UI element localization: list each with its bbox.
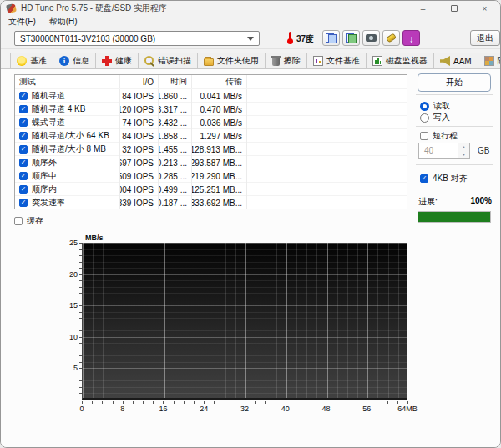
test-table: 测试 I/O 时间 传输 随机寻道84 IOPS11.860 ...0.041 …: [14, 74, 407, 209]
row-checkbox[interactable]: [19, 118, 28, 127]
separator: [416, 164, 493, 165]
tab-disk-monitor[interactable]: 磁盘监视器: [366, 53, 434, 69]
progress-row: 进展: 100%: [418, 196, 492, 208]
capacity-value: 40: [419, 143, 458, 158]
device-selector-value: ST30000NT011-3V2103 (30000 GB): [20, 34, 155, 43]
copy-button[interactable]: [322, 30, 340, 46]
cache-checkbox[interactable]: 缓存: [14, 215, 43, 227]
x-axis-tick-label: 40: [281, 405, 290, 413]
table-row[interactable]: 顺序外4697 IOPS0.213 ...293.587 MB...: [15, 155, 407, 169]
tab-random-access[interactable]: 随机访问: [478, 53, 501, 69]
tab-label: 健康: [115, 55, 132, 67]
io-cell: 32 IOPS: [120, 143, 159, 156]
window-title: HD Tune Pro 5.75 - 硬盘/SSD 实用程序: [21, 3, 407, 14]
spinner-down-icon[interactable]: ▼: [458, 151, 469, 159]
tab-aam[interactable]: AAM: [433, 53, 478, 69]
row-checkbox[interactable]: [19, 105, 28, 113]
table-row[interactable]: 随机寻道 4 KB120 IOPS8.317 ...0.470 MB/s: [15, 102, 407, 115]
read-radio[interactable]: 读取: [420, 100, 450, 112]
progress-fill: [418, 212, 490, 222]
x-axis-tick-label: 32: [240, 405, 249, 413]
capacity-stepper[interactable]: ▲▼: [458, 143, 469, 158]
temperature-value: 37度: [296, 33, 314, 45]
camera-button[interactable]: [362, 30, 380, 46]
row-checkbox[interactable]: [19, 172, 28, 180]
tab-benchmark[interactable]: 基准: [10, 53, 53, 69]
tab-health[interactable]: 健康: [95, 53, 139, 69]
row-checkbox[interactable]: [19, 199, 28, 207]
test-table-header: 测试 I/O 时间 传输: [15, 75, 407, 88]
tab-label: 文件基准: [326, 55, 360, 67]
row-checkbox[interactable]: [19, 92, 28, 100]
tab-info[interactable]: 信息: [53, 53, 96, 69]
separator: [416, 126, 493, 127]
file-benchmark-icon: [313, 56, 323, 66]
capacity-input[interactable]: 40 ▲▼: [418, 143, 470, 159]
row-checkbox[interactable]: [19, 185, 28, 194]
folder-icon: [204, 58, 214, 66]
x-axis-tick-label: 64MB: [397, 405, 418, 413]
y-axis-tick-label: 5: [58, 364, 78, 372]
exit-button[interactable]: 退出: [470, 30, 500, 46]
download-button[interactable]: [402, 30, 420, 46]
app-icon: [6, 3, 17, 13]
save-button[interactable]: [382, 30, 400, 46]
thermometer-icon: [286, 32, 294, 44]
align-4kb-checkbox[interactable]: 4KB 对齐: [420, 173, 468, 184]
health-icon: [102, 56, 112, 66]
test-name: 顺序中: [32, 170, 57, 182]
tab-label: 基准: [30, 55, 47, 67]
row-checkbox[interactable]: [19, 132, 28, 140]
copy-image-icon: [346, 33, 357, 43]
row-checkbox[interactable]: [19, 159, 28, 167]
test-name: 突发速率: [32, 197, 65, 209]
title-bar: HD Tune Pro 5.75 - 硬盘/SSD 实用程序 – ×: [1, 1, 500, 16]
tab-error-scan[interactable]: 错误扫描: [138, 53, 198, 69]
capacity-unit-label: GB: [478, 146, 489, 155]
write-radio-label: 写入: [433, 112, 450, 123]
table-row[interactable]: 随机寻道/大小 8 MB32 IOPS31.455 ...128.913 MB.…: [15, 142, 407, 155]
close-button[interactable]: ×: [469, 1, 500, 16]
transfer-cell: 128.913 MB...: [192, 143, 247, 156]
io-cell: 2004 IOPS: [120, 183, 159, 196]
transfer-cell: 333.692 MB...: [192, 196, 247, 209]
table-row[interactable]: 顺序内2004 IOPS0.499 ...125.251 MB...: [15, 182, 407, 195]
tab-erase[interactable]: 擦除: [265, 53, 307, 69]
table-row[interactable]: 随机寻道84 IOPS11.860 ...0.041 MB/s: [15, 88, 407, 102]
toolbar: ST30000NT011-3V2103 (30000 GB) 37度 退出: [1, 28, 500, 49]
copy-image-button[interactable]: [342, 30, 360, 46]
y-axis-tick-label: 25: [58, 239, 78, 247]
io-cell: 3509 IOPS: [120, 169, 159, 183]
test-table-body: 随机寻道84 IOPS11.860 ...0.041 MB/s随机寻道 4 KB…: [15, 88, 407, 209]
align-4kb-label: 4KB 对齐: [433, 173, 468, 184]
menu-help[interactable]: 帮助(H): [49, 16, 84, 28]
test-name: 随机寻道/大小 64 KB: [32, 130, 109, 142]
table-row[interactable]: 顺序中3509 IOPS0.285 ...219.290 MB...: [15, 169, 407, 182]
row-checkbox[interactable]: [19, 145, 28, 154]
y-axis-tick-label: 20: [58, 270, 78, 279]
tab-file-benchmark[interactable]: 文件基准: [306, 53, 367, 69]
test-name-cell: 顺序中: [15, 169, 120, 183]
app-window: HD Tune Pro 5.75 - 硬盘/SSD 实用程序 – × 文件(F)…: [0, 0, 501, 448]
transfer-cell: 293.587 MB...: [192, 156, 247, 169]
minimize-button[interactable]: –: [407, 1, 438, 16]
menu-file[interactable]: 文件(F): [8, 16, 43, 28]
transfer-cell: 1.297 MB/s: [192, 129, 247, 143]
start-button[interactable]: 开始: [418, 73, 491, 92]
maximize-button[interactable]: [438, 1, 469, 16]
x-axis-tick-label: 48: [321, 405, 330, 413]
tab-folder-usage[interactable]: 文件夹使用: [197, 53, 266, 69]
write-radio[interactable]: 写入: [420, 112, 450, 123]
toolbar-buttons: [322, 30, 420, 46]
table-row[interactable]: 随机寻道/大小 64 KB84 IOPS11.858 ...1.297 MB/s: [15, 128, 407, 142]
window-controls: – ×: [407, 1, 500, 16]
filler-cell: [247, 169, 407, 183]
test-name-cell: 顺序内: [15, 183, 120, 196]
table-row[interactable]: 蝶式寻道74 IOPS13.432 ...0.036 MB/s: [15, 115, 407, 128]
test-name: 随机寻道 4 KB: [32, 103, 85, 115]
short-stroke-checkbox[interactable]: 短行程: [420, 130, 458, 142]
spinner-up-icon[interactable]: ▲: [458, 143, 469, 151]
time-cell: 13.432 ...: [159, 116, 192, 129]
device-selector[interactable]: ST30000NT011-3V2103 (30000 GB): [14, 31, 260, 46]
table-row[interactable]: 突发速率5339 IOPS0.187 ...333.692 MB...: [15, 195, 407, 209]
